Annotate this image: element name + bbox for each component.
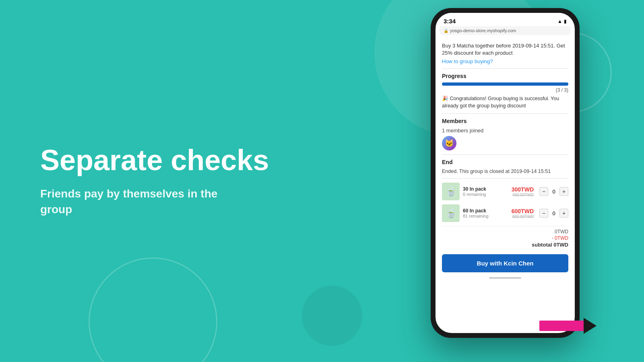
qty-control-2: − 0 + (539, 209, 568, 218)
pricing-summary: 0TWD - 0TWD subtotal 0TWD (442, 226, 568, 250)
product-emoji-2: 🍵 (446, 208, 456, 218)
end-text: Ended. This group is closed at 2019-09-1… (442, 169, 568, 174)
left-content-area: Separate checks Friends pay by themselve… (40, 144, 269, 218)
product-name-2: 60 In pack (463, 208, 508, 214)
phone-screen: 3:34 ▲ ▮ 🔒 yosgo-demo-store.myshopify.co… (436, 13, 575, 333)
product-thumb-1: 🍵 (442, 183, 460, 200)
members-label: Members (442, 118, 568, 124)
status-icons: ▲ ▮ (557, 19, 567, 24)
member-avatar: 🐱 (442, 136, 456, 150)
progress-bar-fill (442, 82, 568, 86)
browser-url: yosgo-demo-store.myshopify.com (450, 28, 516, 33)
product-row-2: 🍵 60 In pack 81 remaining 600TWD 800.00T… (442, 204, 568, 222)
qty-control-1: − 0 + (539, 187, 568, 196)
price-new-1: 300TWD (512, 186, 534, 193)
qty-increase-2[interactable]: + (559, 209, 568, 218)
price-old-1: 400.00TWD (512, 193, 534, 197)
product-thumb-2: 🍵 (442, 204, 460, 222)
divider-1 (442, 68, 568, 69)
wifi-icon: ▲ (557, 19, 562, 24)
product-name-1: 30 In pack (463, 186, 508, 192)
qty-value-2: 0 (550, 210, 558, 216)
promo-text: Buy 3 Matcha together before 2019-09-14 … (442, 42, 568, 57)
progress-label: Progress (442, 73, 568, 79)
pricing-subtotal: subtotal 0TWD (442, 242, 568, 248)
arrow-wrapper (539, 318, 597, 334)
home-indicator (489, 277, 521, 279)
divider-2 (442, 113, 568, 114)
member-emoji: 🐱 (445, 139, 454, 148)
congrats-text: 🎉 Congratulations! Group buying is succe… (442, 95, 568, 109)
status-bar: 3:34 ▲ ▮ (436, 13, 575, 26)
progress-bar-track (442, 82, 568, 86)
end-label: End (442, 159, 568, 165)
phone-mockup: 3:34 ▲ ▮ 🔒 yosgo-demo-store.myshopify.co… (431, 8, 580, 338)
arrow-shaft (539, 321, 584, 331)
qty-decrease-2[interactable]: − (539, 209, 548, 218)
qty-value-1: 0 (550, 189, 558, 195)
qty-decrease-1[interactable]: − (539, 187, 548, 196)
app-content: Buy 3 Matcha together before 2019-09-14 … (436, 37, 575, 321)
price-new-2: 600TWD (512, 208, 534, 214)
product-info-2: 60 In pack 81 remaining (463, 208, 508, 218)
qty-increase-1[interactable]: + (559, 187, 568, 196)
pricing-total: 0TWD (442, 229, 568, 234)
sub-title: Friends pay by themselves in the group (40, 186, 242, 217)
phone-time: 3:34 (444, 18, 456, 25)
product-emoji-1: 🍵 (446, 186, 456, 197)
battery-icon: ▮ (564, 19, 567, 24)
product-price-group-1: 300TWD 400.00TWD (512, 186, 534, 197)
price-old-2: 800.00TWD (512, 214, 534, 219)
arrow-head (584, 318, 597, 334)
product-remaining-2: 81 remaining (463, 214, 508, 218)
bg-circle-small (302, 286, 362, 346)
product-row-1: 🍵 30 In pack 0 remaining 300TWD 400.00TW… (442, 183, 568, 200)
how-link[interactable]: How to group buying? (442, 58, 568, 64)
browser-bar: 🔒 yosgo-demo-store.myshopify.com (440, 26, 571, 35)
pricing-discount: - 0TWD (442, 235, 568, 241)
divider-3 (442, 154, 568, 155)
product-remaining-1: 0 remaining (463, 192, 508, 197)
lock-icon: 🔒 (444, 29, 448, 33)
phone-frame: 3:34 ▲ ▮ 🔒 yosgo-demo-store.myshopify.co… (431, 8, 580, 338)
members-count: 1 members joined (442, 128, 568, 134)
progress-count: (3 / 3) (442, 87, 568, 93)
divider-4 (442, 178, 568, 179)
buy-button[interactable]: Buy with Kcin Chen (442, 254, 568, 272)
product-info-1: 30 In pack 0 remaining (463, 186, 508, 197)
product-price-group-2: 600TWD 800.00TWD (512, 208, 534, 219)
bg-circle-bottom-left (89, 257, 217, 362)
main-title: Separate checks (40, 144, 269, 176)
